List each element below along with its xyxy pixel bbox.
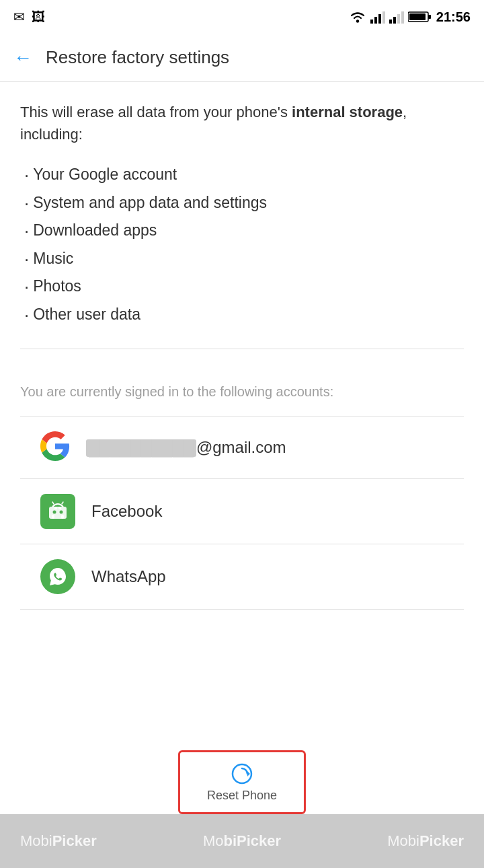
svg-line-20 bbox=[62, 502, 63, 504]
svg-rect-4 bbox=[382, 11, 385, 24]
svg-point-14 bbox=[60, 510, 63, 513]
svg-point-13 bbox=[53, 510, 56, 513]
signal-icon-1 bbox=[370, 10, 385, 24]
toolbar: ← Restore factory settings bbox=[0, 34, 484, 82]
svg-rect-18 bbox=[58, 507, 61, 509]
svg-point-0 bbox=[356, 20, 359, 22]
blurred-email: ██████████ bbox=[86, 439, 196, 457]
status-bar: ✉ 🖼 21:56 bbox=[0, 0, 484, 34]
list-item: Your Google account bbox=[20, 161, 464, 190]
clock: 21:56 bbox=[436, 9, 471, 25]
svg-line-19 bbox=[52, 502, 54, 504]
warning-text-plain: This will erase all data from your phone… bbox=[20, 104, 292, 120]
status-bar-left: ✉ 🖼 bbox=[13, 9, 45, 25]
back-button[interactable]: ← bbox=[13, 48, 32, 67]
list-item: System and app data and settings bbox=[20, 190, 464, 218]
facebook-icon bbox=[40, 494, 75, 529]
watermark-right: MobiPicker bbox=[387, 832, 464, 850]
svg-marker-22 bbox=[247, 771, 250, 776]
reset-button-container: Reset Phone bbox=[178, 750, 306, 814]
google-account-email: ██████████@gmail.com bbox=[86, 438, 286, 457]
google-account-item: ██████████@gmail.com bbox=[20, 417, 464, 478]
watermark-center: MobiPicker bbox=[203, 832, 281, 850]
svg-rect-6 bbox=[393, 17, 396, 24]
reset-icon bbox=[230, 762, 254, 786]
whatsapp-account-name: WhatsApp bbox=[91, 567, 166, 586]
svg-rect-1 bbox=[370, 20, 373, 24]
svg-rect-2 bbox=[374, 17, 377, 24]
image-icon: 🖼 bbox=[32, 9, 45, 25]
signed-in-section: You are currently signed in to the follo… bbox=[0, 363, 484, 610]
facebook-account-name: Facebook bbox=[91, 502, 162, 521]
reset-phone-button[interactable]: Reset Phone bbox=[178, 750, 306, 814]
svg-rect-7 bbox=[397, 14, 400, 24]
signed-in-label: You are currently signed in to the follo… bbox=[20, 384, 464, 400]
svg-rect-12 bbox=[49, 507, 67, 519]
svg-rect-16 bbox=[61, 515, 64, 519]
list-item: Music bbox=[20, 246, 464, 274]
svg-rect-8 bbox=[401, 11, 404, 24]
svg-rect-17 bbox=[54, 507, 57, 509]
list-item: Photos bbox=[20, 273, 464, 301]
main-content: This will erase all data from your phone… bbox=[0, 82, 484, 363]
reset-label: Reset Phone bbox=[207, 789, 277, 803]
facebook-account-item: Facebook bbox=[20, 479, 464, 544]
page-title: Restore factory settings bbox=[46, 47, 229, 68]
account-divider-3 bbox=[20, 609, 464, 610]
list-item: Downloaded apps bbox=[20, 217, 464, 246]
section-divider bbox=[20, 349, 464, 349]
battery-icon bbox=[408, 10, 432, 24]
warning-paragraph: This will erase all data from your phone… bbox=[20, 101, 464, 145]
signal-icon-2 bbox=[389, 10, 404, 24]
wifi-icon bbox=[349, 10, 366, 24]
status-bar-right: 21:56 bbox=[349, 9, 471, 25]
warning-bold: internal storage bbox=[292, 104, 403, 120]
bullet-list: Your Google account System and app data … bbox=[20, 161, 464, 330]
watermark-bar: MobiPicker MobiPicker MobiPicker bbox=[0, 814, 484, 868]
svg-rect-11 bbox=[409, 13, 426, 20]
whatsapp-account-item: WhatsApp bbox=[20, 544, 464, 609]
google-icon bbox=[40, 431, 70, 464]
svg-rect-5 bbox=[389, 20, 392, 24]
watermark-left: MobiPicker bbox=[20, 832, 97, 850]
message-icon: ✉ bbox=[13, 9, 25, 25]
svg-rect-3 bbox=[378, 14, 381, 24]
list-item: Other user data bbox=[20, 301, 464, 330]
whatsapp-icon bbox=[40, 559, 75, 594]
svg-rect-10 bbox=[428, 15, 431, 19]
svg-rect-15 bbox=[52, 515, 54, 519]
